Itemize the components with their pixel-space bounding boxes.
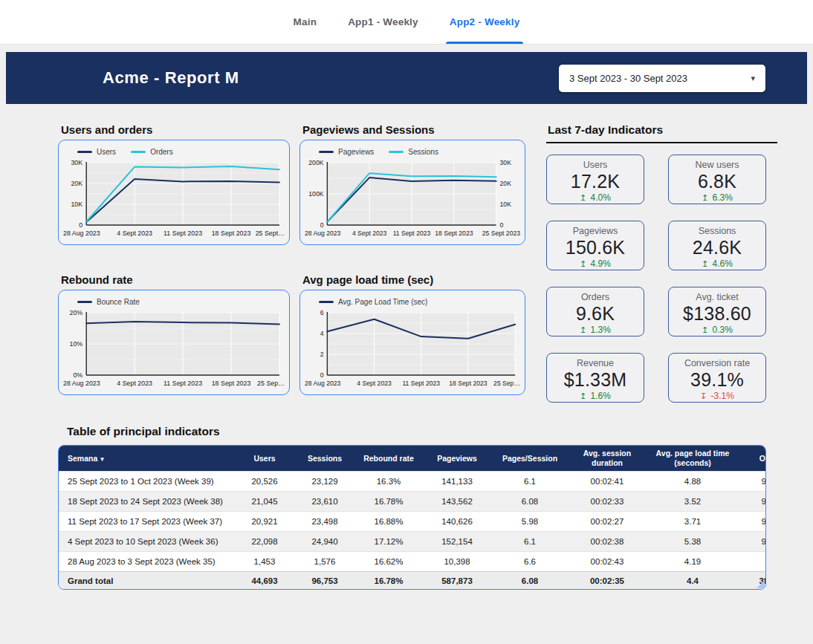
- grand-total-cell: Grand total: [59, 572, 236, 590]
- svg-text:25 Sept…: 25 Sept…: [256, 230, 285, 237]
- column-header-label: Avg. session duration: [583, 449, 631, 467]
- legend-label: Sessions: [408, 148, 438, 156]
- table-cell: 00:02:27: [567, 512, 647, 532]
- column-header-users[interactable]: Users: [236, 446, 294, 472]
- svg-text:100K: 100K: [308, 190, 323, 198]
- table-cell: 21,045: [236, 492, 294, 512]
- legend-item-users: Users: [77, 148, 116, 156]
- column-header-sessions[interactable]: Sessions: [294, 446, 356, 472]
- delta-value: 4.0%: [588, 192, 611, 203]
- column-header-rebound-rate[interactable]: Rebound rate: [356, 446, 421, 472]
- scorecard-label: Revenue: [547, 359, 644, 369]
- scorecard-delta: ↥ 4.9%: [547, 258, 644, 269]
- table-row: 4 Sept 2023 to 10 Sept 2023 (Week 36)22,…: [59, 532, 766, 552]
- svg-text:20%: 20%: [69, 309, 82, 316]
- arrow-down-icon: ↧: [700, 391, 707, 400]
- table-cell: 152,154: [421, 532, 493, 552]
- pageviews-and-sessions-chart: PageviewsSessions0100K200K010K20K30K28 A…: [299, 140, 525, 245]
- legend-label: Avg. Page Load Time (sec): [338, 298, 427, 306]
- scorecard-value: $138.60: [669, 303, 765, 325]
- table-cell: 22,098: [236, 532, 294, 552]
- rebound-rate-plot: 0%10%20%28 Aug 20234 Sept 202311 Sept 20…: [62, 308, 285, 391]
- legend-label: Bounce Rate: [97, 298, 140, 306]
- scorecard-delta: ↧ -3.1%: [669, 391, 765, 401]
- column-header-label: Avg. page load time (seconds): [656, 449, 730, 467]
- table-cell: 28 Aug 2023 to 3 Sept 2023 (Week 35): [59, 552, 236, 572]
- scorecard-label: New users: [669, 160, 765, 171]
- chart-title: Pageviews and Sessions: [302, 123, 525, 136]
- column-header-orders[interactable]: Orders: [738, 446, 766, 472]
- svg-text:28 Aug 2023: 28 Aug 2023: [63, 380, 100, 387]
- svg-text:20K: 20K: [71, 180, 82, 187]
- scorecard-orders: Orders9.6K↥ 1.3%: [546, 287, 644, 336]
- legend-item-bounce-rate: Bounce Rate: [77, 298, 140, 306]
- svg-text:4 Sept 2023: 4 Sept 2023: [117, 380, 152, 387]
- column-header-label: Semana: [68, 454, 97, 463]
- indicators-table: Semana▾UsersSessionsRebound ratePageview…: [59, 446, 766, 589]
- scorecard-value: $1.33M: [547, 369, 644, 391]
- scorecards-grid: Users17.2K↥ 4.0%New users6.8K↥ 6.3%Pagev…: [546, 155, 777, 403]
- svg-text:28 Aug 2023: 28 Aug 2023: [305, 230, 341, 237]
- scorecard-value: 150.6K: [547, 237, 644, 258]
- sort-caret-icon[interactable]: ▾: [100, 455, 104, 463]
- grand-total-cell: 4.4: [647, 572, 738, 590]
- legend-item-sessions: Sessions: [389, 148, 438, 156]
- grand-total-cell: 96,753: [294, 572, 356, 590]
- top-navigation-bar: MainApp1 - WeeklyApp2 - Weekly: [0, 0, 813, 45]
- scorecard-delta: ↥ 1.3%: [547, 325, 644, 335]
- svg-text:25 Sep…: 25 Sep…: [493, 380, 520, 387]
- users-and-orders-block: Users and ordersUsersOrders010K20K30K28 …: [58, 123, 290, 253]
- scorecard-label: Conversion rate: [669, 359, 765, 369]
- scorecard-label: Sessions: [669, 227, 765, 237]
- users-and-orders-chart: UsersOrders010K20K30K28 Aug 20234 Sept 2…: [58, 140, 290, 245]
- table-body: 25 Sept 2023 to 1 Oct 2023 (Week 39)20,5…: [59, 472, 766, 572]
- tab-bar: MainApp1 - WeeklyApp2 - Weekly: [291, 0, 522, 44]
- legend-swatch: [77, 301, 92, 303]
- column-header-label: Users: [253, 454, 275, 463]
- column-header-pageviews[interactable]: Pageviews: [421, 446, 493, 472]
- arrow-up-icon: ↥: [580, 325, 586, 334]
- table-cell: 00:02:41: [567, 472, 647, 492]
- svg-text:0: 0: [79, 221, 82, 229]
- legend-label: Orders: [150, 148, 173, 156]
- scorecard-avg-ticket: Avg. ticket$138.60↥ 0.3%: [668, 287, 766, 336]
- table-cell: 20,526: [236, 472, 294, 492]
- svg-text:18 Sept 2023: 18 Sept 2023: [212, 380, 251, 387]
- delta-value: 4.9%: [588, 258, 611, 269]
- legend-label: Users: [97, 148, 116, 156]
- tab-main[interactable]: Main: [291, 0, 320, 44]
- svg-text:11 Sept 2023: 11 Sept 2023: [163, 380, 202, 387]
- avg-page-load-time-plot: 024628 Aug 20234 Sept 202311 Sept 202318…: [304, 308, 521, 391]
- svg-text:11 Sept 2023: 11 Sept 2023: [393, 230, 431, 237]
- column-header-semana[interactable]: Semana▾: [59, 446, 236, 472]
- table-resize-handle[interactable]: [757, 580, 765, 588]
- table-cell: 6.1: [493, 472, 567, 492]
- svg-text:0%: 0%: [73, 371, 82, 379]
- svg-text:10K: 10K: [500, 201, 512, 208]
- delta-value: 6.3%: [710, 192, 733, 203]
- table-section: Table of principal indicators Semana▾Use…: [58, 425, 766, 590]
- tab-app1-weekly[interactable]: App1 - Weekly: [346, 0, 421, 44]
- chart-legend: Avg. Page Load Time (sec): [304, 293, 521, 308]
- table-cell: 3.52: [647, 492, 738, 512]
- chart-title: Users and orders: [61, 123, 290, 136]
- delta-value: 1.3%: [588, 325, 611, 335]
- grand-total-row: Grand total44,69396,75316.78%587,8736.08…: [59, 572, 766, 590]
- svg-text:4 Sept 2023: 4 Sept 2023: [117, 230, 152, 237]
- column-header-pages-session[interactable]: Pages/Session: [493, 446, 567, 472]
- indicators-panel: Last 7-day Indicators Users17.2K↥ 4.0%Ne…: [546, 123, 777, 403]
- table-cell: 4 Sept 2023 to 10 Sept 2023 (Week 36): [59, 532, 236, 552]
- grand-total-cell: 6.08: [493, 572, 567, 590]
- column-header-avg-session-duration[interactable]: Avg. session duration: [567, 446, 647, 472]
- table-cell: 9,253: [738, 512, 766, 532]
- table-cell: 6.1: [493, 532, 567, 552]
- chart-legend: UsersOrders: [62, 143, 285, 158]
- table-cell: 25 Sept 2023 to 1 Oct 2023 (Week 39): [59, 472, 236, 492]
- svg-text:4 Sept 2023: 4 Sept 2023: [352, 230, 387, 237]
- date-range-picker[interactable]: 3 Sept 2023 - 30 Sept 2023 ▾: [559, 65, 765, 92]
- arrow-up-icon: ↥: [580, 259, 586, 268]
- column-header-avg-page-load-time-seconds[interactable]: Avg. page load time (seconds): [647, 446, 738, 472]
- table-cell: 9,492: [738, 492, 766, 512]
- tab-app2-weekly[interactable]: App2 - Weekly: [447, 0, 522, 44]
- grand-total-cell: 00:02:35: [567, 572, 647, 590]
